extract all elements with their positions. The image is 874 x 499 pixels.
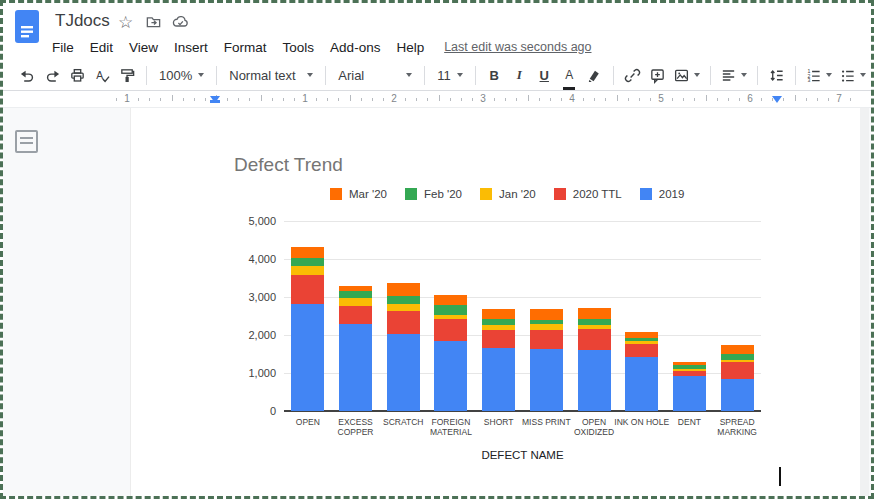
bar-segment — [578, 329, 611, 350]
print-button[interactable] — [65, 63, 90, 87]
right-indent-marker[interactable] — [772, 96, 782, 103]
bar-segment — [530, 349, 563, 411]
bar — [530, 309, 563, 411]
toolbar-divider — [216, 66, 217, 85]
menu-tools[interactable]: Tools — [275, 40, 323, 55]
bar-segment — [339, 291, 372, 298]
ruler-tick — [350, 95, 351, 101]
italic-button[interactable]: I — [507, 63, 532, 87]
legend-swatch — [554, 188, 566, 200]
ruler-number: 2 — [391, 93, 397, 104]
numbered-list-button[interactable]: 1 2 3 — [802, 63, 836, 87]
ruler-tick — [628, 98, 629, 101]
move-folder-icon[interactable] — [145, 13, 162, 33]
paint-format-button[interactable] — [115, 63, 140, 87]
legend-label: 2020 TTL — [573, 188, 622, 200]
toolbar-divider — [795, 66, 796, 85]
spellcheck-button[interactable]: A — [90, 63, 115, 87]
ruler-tick — [172, 95, 173, 101]
bar — [578, 308, 611, 411]
document-outline-button[interactable] — [15, 130, 38, 153]
highlight-button[interactable] — [582, 63, 607, 87]
bar — [721, 345, 754, 411]
bar-segment — [339, 324, 372, 411]
ruler-number: 7 — [836, 93, 842, 104]
ruler-number: 6 — [747, 93, 753, 104]
text-cursor — [779, 467, 781, 486]
bar — [339, 286, 372, 411]
add-comment-button[interactable] — [645, 63, 670, 87]
insert-link-button[interactable] — [620, 63, 645, 87]
ruler-tick — [783, 98, 784, 101]
ruler-tick — [439, 95, 440, 101]
font-select[interactable]: Arial — [332, 63, 418, 87]
star-icon[interactable]: ☆ — [118, 12, 133, 33]
bar — [482, 309, 515, 411]
legend-item: Mar '20 — [330, 188, 387, 200]
document-title[interactable]: TJdocs — [55, 11, 110, 31]
chart-plot[interactable]: 01,0002,0003,0004,0005,000OPENEXCESS COP… — [284, 221, 761, 411]
ruler-tick — [728, 98, 729, 101]
ruler-tick — [639, 98, 640, 101]
ruler-tick — [472, 98, 473, 101]
ruler-tick — [405, 98, 406, 101]
y-axis-label: 5,000 — [220, 215, 276, 227]
chevron-down-icon — [457, 73, 463, 77]
bar-segment — [339, 306, 372, 324]
first-line-indent-marker[interactable] — [210, 100, 220, 103]
insert-image-button[interactable] — [670, 63, 704, 87]
styles-select[interactable]: Normal text — [223, 63, 319, 87]
ruler-tick — [227, 98, 228, 101]
ruler-tick — [194, 98, 195, 101]
undo-button[interactable] — [15, 63, 40, 87]
legend-swatch — [640, 188, 652, 200]
bold-button[interactable]: B — [482, 63, 507, 87]
spellcheck-letter: A — [96, 69, 103, 80]
y-axis-label: 4,000 — [220, 253, 276, 265]
menu-file[interactable]: File — [44, 40, 82, 55]
line-spacing-button[interactable] — [764, 63, 789, 87]
toolbar-divider — [757, 66, 758, 85]
ruler[interactable]: 11234567 — [3, 92, 871, 108]
menu-format[interactable]: Format — [216, 40, 275, 55]
ruler-tick — [416, 98, 417, 101]
bar-segment — [339, 298, 372, 306]
menu-edit[interactable]: Edit — [82, 40, 121, 55]
google-docs-logo[interactable] — [14, 9, 40, 48]
y-axis-label: 0 — [220, 405, 276, 417]
underline-button[interactable]: U — [532, 63, 557, 87]
menu-bar: File Edit View Insert Format Tools Add-o… — [44, 36, 592, 58]
bar — [434, 295, 467, 411]
ruler-tick — [550, 98, 551, 101]
font-size-select[interactable]: 11 — [431, 63, 469, 87]
ruler-tick — [761, 98, 762, 101]
ruler-tick — [706, 95, 707, 101]
legend-item: 2020 TTL — [554, 188, 622, 200]
align-button[interactable] — [717, 63, 751, 87]
ruler-tick — [561, 98, 562, 101]
bar-segment — [482, 348, 515, 411]
menu-view[interactable]: View — [121, 40, 166, 55]
bar-segment — [530, 330, 563, 350]
menu-help[interactable]: Help — [388, 40, 432, 55]
zoom-select[interactable]: 100% — [153, 63, 210, 87]
menu-insert[interactable]: Insert — [166, 40, 216, 55]
cloud-saved-icon[interactable] — [171, 13, 190, 33]
text-color-button[interactable]: A — [557, 63, 582, 87]
toolbar-divider — [613, 66, 614, 85]
menu-addons[interactable]: Add-ons — [322, 40, 388, 55]
ruler-tick — [238, 98, 239, 101]
last-edit-link[interactable]: Last edit was seconds ago — [444, 40, 591, 54]
document-page[interactable]: Defect Trend Mar '20Feb '20Jan '202020 T… — [130, 108, 860, 496]
left-indent-marker[interactable] — [210, 96, 220, 103]
toolbar: A 100% Normal text Arial 11 B I — [3, 60, 871, 91]
x-axis-label: SPREAD MARKING — [708, 417, 766, 437]
vertical-scrollbar[interactable] — [860, 108, 869, 496]
bullet-list-button[interactable] — [836, 63, 870, 87]
chart-legend: Mar '20Feb '20Jan '202020 TTL2019 — [330, 188, 684, 200]
ruler-number: 3 — [480, 93, 486, 104]
gridline — [284, 221, 761, 222]
redo-button[interactable] — [40, 63, 65, 87]
ruler-tick — [294, 98, 295, 101]
chevron-down-icon — [198, 73, 204, 77]
